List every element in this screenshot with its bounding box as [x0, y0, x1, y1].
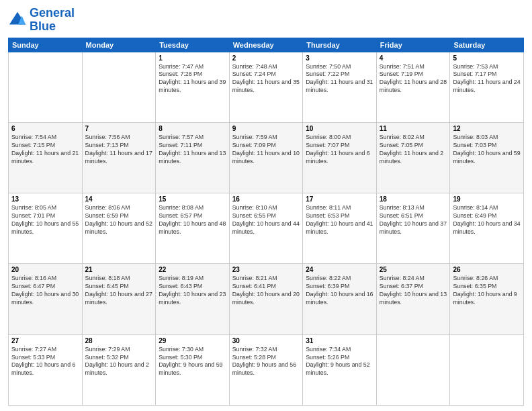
day-info: Sunrise: 8:00 AMSunset: 7:07 PMDaylight:… [306, 134, 373, 166]
day-number: 30 [232, 337, 300, 345]
day-number: 23 [232, 266, 300, 273]
week-row-1: 1Sunrise: 7:47 AMSunset: 7:26 PMDaylight… [9, 52, 524, 122]
day-number: 3 [306, 54, 373, 62]
day-number: 18 [380, 195, 447, 203]
day-number: 26 [453, 266, 521, 273]
day-number: 20 [11, 266, 79, 273]
day-info: Sunrise: 7:48 AMSunset: 7:24 PMDaylight:… [232, 63, 300, 95]
day-cell [82, 52, 156, 122]
day-number: 19 [453, 195, 521, 203]
day-info: Sunrise: 8:02 AMSunset: 7:05 PMDaylight:… [380, 134, 447, 166]
day-info: Sunrise: 7:53 AMSunset: 7:17 PMDaylight:… [453, 63, 521, 95]
day-cell: 5Sunrise: 7:53 AMSunset: 7:17 PMDaylight… [450, 52, 524, 122]
day-info: Sunrise: 8:05 AMSunset: 7:01 PMDaylight:… [11, 204, 79, 236]
day-cell: 12Sunrise: 8:03 AMSunset: 7:03 PMDayligh… [450, 122, 524, 193]
day-info: Sunrise: 7:59 AMSunset: 7:09 PMDaylight:… [232, 134, 300, 166]
day-cell: 29Sunrise: 7:30 AMSunset: 5:30 PMDayligh… [156, 334, 230, 405]
col-header-tuesday: Tuesday [156, 38, 230, 52]
col-header-sunday: Sunday [9, 38, 83, 52]
day-cell: 20Sunrise: 8:16 AMSunset: 6:47 PMDayligh… [9, 264, 83, 334]
col-header-wednesday: Wednesday [229, 38, 303, 52]
calendar-table: SundayMondayTuesdayWednesdayThursdayFrid… [8, 38, 524, 406]
week-row-3: 13Sunrise: 8:05 AMSunset: 7:01 PMDayligh… [9, 193, 524, 264]
logo-text: General Blue [30, 7, 75, 34]
day-info: Sunrise: 7:32 AMSunset: 5:28 PMDaylight:… [232, 346, 300, 378]
day-number: 8 [159, 125, 226, 132]
logo: General Blue [8, 7, 75, 34]
day-number: 1 [159, 54, 226, 62]
day-number: 9 [232, 125, 300, 132]
day-number: 22 [159, 266, 226, 273]
day-cell: 22Sunrise: 8:19 AMSunset: 6:43 PMDayligh… [156, 264, 230, 334]
day-info: Sunrise: 8:10 AMSunset: 6:55 PMDaylight:… [232, 204, 300, 236]
day-cell: 23Sunrise: 8:21 AMSunset: 6:41 PMDayligh… [229, 264, 303, 334]
day-info: Sunrise: 7:27 AMSunset: 5:33 PMDaylight:… [11, 346, 79, 378]
day-cell: 15Sunrise: 8:08 AMSunset: 6:57 PMDayligh… [156, 193, 230, 264]
day-info: Sunrise: 7:47 AMSunset: 7:26 PMDaylight:… [159, 63, 226, 95]
week-row-2: 6Sunrise: 7:54 AMSunset: 7:15 PMDaylight… [9, 122, 524, 193]
day-info: Sunrise: 7:29 AMSunset: 5:32 PMDaylight:… [85, 346, 153, 378]
day-number: 16 [232, 195, 300, 203]
day-info: Sunrise: 7:30 AMSunset: 5:30 PMDaylight:… [159, 346, 226, 378]
day-info: Sunrise: 7:50 AMSunset: 7:22 PMDaylight:… [306, 63, 373, 95]
day-info: Sunrise: 8:26 AMSunset: 6:35 PMDaylight:… [453, 275, 521, 307]
day-info: Sunrise: 7:51 AMSunset: 7:19 PMDaylight:… [380, 63, 447, 95]
day-info: Sunrise: 8:22 AMSunset: 6:39 PMDaylight:… [306, 275, 373, 307]
day-number: 29 [159, 337, 226, 345]
day-cell: 2Sunrise: 7:48 AMSunset: 7:24 PMDaylight… [229, 52, 303, 122]
day-cell: 3Sunrise: 7:50 AMSunset: 7:22 PMDaylight… [303, 52, 377, 122]
day-cell: 9Sunrise: 7:59 AMSunset: 7:09 PMDaylight… [229, 122, 303, 193]
day-cell: 26Sunrise: 8:26 AMSunset: 6:35 PMDayligh… [450, 264, 524, 334]
logo-icon [8, 11, 27, 30]
day-cell: 31Sunrise: 7:34 AMSunset: 5:26 PMDayligh… [303, 334, 377, 405]
day-number: 25 [380, 266, 447, 273]
week-row-5: 27Sunrise: 7:27 AMSunset: 5:33 PMDayligh… [9, 334, 524, 405]
day-number: 24 [306, 266, 373, 273]
day-cell: 6Sunrise: 7:54 AMSunset: 7:15 PMDaylight… [9, 122, 83, 193]
day-cell: 27Sunrise: 7:27 AMSunset: 5:33 PMDayligh… [9, 334, 83, 405]
day-info: Sunrise: 8:24 AMSunset: 6:37 PMDaylight:… [380, 275, 447, 307]
day-number: 31 [306, 337, 373, 345]
day-cell: 28Sunrise: 7:29 AMSunset: 5:32 PMDayligh… [82, 334, 156, 405]
day-cell [450, 334, 524, 405]
day-number: 4 [380, 54, 447, 62]
day-number: 28 [85, 337, 153, 345]
day-number: 10 [306, 125, 373, 132]
day-info: Sunrise: 8:03 AMSunset: 7:03 PMDaylight:… [453, 134, 521, 166]
day-info: Sunrise: 8:06 AMSunset: 6:59 PMDaylight:… [85, 204, 153, 236]
col-header-friday: Friday [376, 38, 450, 52]
day-number: 17 [306, 195, 373, 203]
day-info: Sunrise: 8:13 AMSunset: 6:51 PMDaylight:… [380, 204, 447, 236]
day-number: 21 [85, 266, 153, 273]
day-info: Sunrise: 8:19 AMSunset: 6:43 PMDaylight:… [159, 275, 226, 307]
day-number: 27 [11, 337, 79, 345]
day-cell: 13Sunrise: 8:05 AMSunset: 7:01 PMDayligh… [9, 193, 83, 264]
day-number: 13 [11, 195, 79, 203]
day-info: Sunrise: 7:54 AMSunset: 7:15 PMDaylight:… [11, 134, 79, 166]
week-row-4: 20Sunrise: 8:16 AMSunset: 6:47 PMDayligh… [9, 264, 524, 334]
day-info: Sunrise: 8:11 AMSunset: 6:53 PMDaylight:… [306, 204, 373, 236]
col-header-saturday: Saturday [450, 38, 524, 52]
day-cell: 21Sunrise: 8:18 AMSunset: 6:45 PMDayligh… [82, 264, 156, 334]
day-number: 12 [453, 125, 521, 132]
col-header-monday: Monday [82, 38, 156, 52]
day-cell: 18Sunrise: 8:13 AMSunset: 6:51 PMDayligh… [376, 193, 450, 264]
day-info: Sunrise: 8:21 AMSunset: 6:41 PMDaylight:… [232, 275, 300, 307]
day-number: 7 [85, 125, 153, 132]
day-cell: 19Sunrise: 8:14 AMSunset: 6:49 PMDayligh… [450, 193, 524, 264]
day-number: 11 [380, 125, 447, 132]
day-cell: 24Sunrise: 8:22 AMSunset: 6:39 PMDayligh… [303, 264, 377, 334]
day-cell [9, 52, 83, 122]
day-cell: 30Sunrise: 7:32 AMSunset: 5:28 PMDayligh… [229, 334, 303, 405]
day-info: Sunrise: 8:08 AMSunset: 6:57 PMDaylight:… [159, 204, 226, 236]
day-info: Sunrise: 7:56 AMSunset: 7:13 PMDaylight:… [85, 134, 153, 166]
day-number: 6 [11, 125, 79, 132]
day-cell [376, 334, 450, 405]
day-cell: 7Sunrise: 7:56 AMSunset: 7:13 PMDaylight… [82, 122, 156, 193]
day-cell: 17Sunrise: 8:11 AMSunset: 6:53 PMDayligh… [303, 193, 377, 264]
day-number: 15 [159, 195, 226, 203]
day-cell: 10Sunrise: 8:00 AMSunset: 7:07 PMDayligh… [303, 122, 377, 193]
calendar-page: General Blue SundayMondayTuesdayWednesda… [0, 0, 532, 411]
day-info: Sunrise: 7:57 AMSunset: 7:11 PMDaylight:… [159, 134, 226, 166]
day-info: Sunrise: 8:18 AMSunset: 6:45 PMDaylight:… [85, 275, 153, 307]
